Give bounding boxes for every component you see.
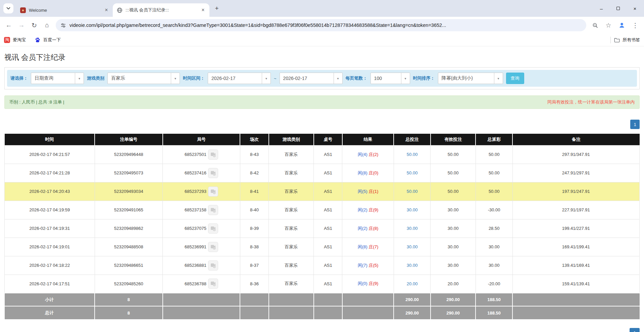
chevron-down-icon[interactable]: ▾ <box>75 73 84 84</box>
sort-dropdown[interactable]: 降幂(由大到小) ▾ <box>438 73 503 84</box>
total-bet-link[interactable]: 20.00 <box>407 281 418 286</box>
bookmark-star-icon[interactable]: ☆ <box>602 19 614 31</box>
address-bar[interactable]: videoie.com/ipl/portal.php/game/betrecor… <box>56 19 586 31</box>
col-session: 场次 <box>240 134 268 145</box>
cell-session: 8-42 <box>240 164 268 182</box>
bookmark-baidu[interactable]: 百度一下 <box>35 37 61 43</box>
profile-avatar[interactable] <box>616 19 628 31</box>
date-to-picker[interactable]: 2026-02-17 ▾ <box>280 73 343 84</box>
video-replay-button[interactable] <box>208 223 218 234</box>
site-settings-icon[interactable] <box>60 23 66 28</box>
cell-game: 百家乐 <box>269 238 314 256</box>
reload-button[interactable]: ↻ <box>28 19 40 31</box>
cell-game: 百家乐 <box>269 145 314 164</box>
cell-round: 685236881 <box>163 256 240 275</box>
cell-result: 闲(0) 庄(9) <box>342 275 394 293</box>
bookmark-label: 百度一下 <box>43 37 61 43</box>
zoom-icon[interactable] <box>589 19 601 31</box>
chevron-down-icon[interactable]: ▾ <box>401 73 410 84</box>
new-tab-button[interactable]: + <box>212 4 221 13</box>
cell-result: 闲(8) 庄(0) <box>342 164 394 182</box>
home-button[interactable]: ⌂ <box>41 19 53 31</box>
game-type-dropdown[interactable]: 百家乐 ▾ <box>107 73 180 84</box>
bookmark-taobao[interactable]: 淘 爱淘宝 <box>4 37 26 43</box>
round-number: 685237158 <box>185 207 206 212</box>
video-replay-button[interactable] <box>208 242 218 252</box>
tab-welcome[interactable]: ♠ Welcome × <box>16 3 113 17</box>
result-banker: 庄(7) <box>368 244 378 249</box>
back-button[interactable]: ← <box>3 19 15 31</box>
cell-time: 2026-02-17 04:17:51 <box>5 275 95 293</box>
grand-total-row: 总计 8 290.00 290.00 188.50 <box>5 306 640 319</box>
col-result: 结果 <box>342 134 394 145</box>
round-number: 685237075 <box>185 226 206 231</box>
col-valid-bet: 有效投注 <box>431 134 476 145</box>
pagination-bottom-page-1[interactable]: 1 <box>630 328 640 332</box>
total-valid-bet: 290.00 <box>431 306 476 319</box>
cell-total-bet: 50.00 <box>394 145 431 164</box>
folder-icon <box>614 37 620 42</box>
video-replay-button[interactable] <box>208 186 218 197</box>
cell-total-bet: 30.00 <box>394 219 431 238</box>
cell-table: AS1 <box>314 182 342 201</box>
total-total-bet: 290.00 <box>394 306 431 319</box>
video-replay-button[interactable] <box>208 279 218 289</box>
result-player: 闲(2) <box>358 207 367 212</box>
window-minimize-button[interactable]: – <box>594 3 608 14</box>
video-replay-button[interactable] <box>208 260 218 271</box>
cell-table: AS1 <box>314 164 342 182</box>
sort-label: 时间排序： <box>413 75 435 81</box>
cell-time: 2026-02-17 04:19:31 <box>5 219 95 238</box>
total-bet-link[interactable]: 50.00 <box>407 189 418 194</box>
all-bookmarks-button[interactable]: 所有书签 <box>614 37 640 43</box>
close-icon[interactable]: × <box>200 7 206 13</box>
cell-round: 685237158 <box>163 201 240 219</box>
subtotal-label: 小计 <box>5 293 95 306</box>
chevron-down-icon[interactable]: ▾ <box>171 73 180 84</box>
cell-round: 685236991 <box>163 238 240 256</box>
chevron-down-icon[interactable]: ▾ <box>262 73 270 84</box>
cell-time: 2026-02-17 04:21:57 <box>5 145 95 164</box>
video-replay-button[interactable] <box>208 168 218 178</box>
cell-table: AS1 <box>314 275 342 293</box>
tab-bet-record[interactable]: :::视讯 会员下注纪录::: × <box>113 3 209 17</box>
round-number: 685237416 <box>185 170 206 175</box>
table-row: 2026-02-17 04:21:28 523209495073 6852374… <box>5 164 640 182</box>
cell-bet-id: 523209485260 <box>95 275 162 293</box>
result-banker: 庄(1) <box>368 189 378 194</box>
chevron-down-icon[interactable]: ▾ <box>494 73 503 84</box>
window-maximize-button[interactable] <box>611 3 625 14</box>
cell-table: AS1 <box>314 201 342 219</box>
total-bet-link[interactable]: 30.00 <box>407 244 418 249</box>
query-type-dropdown[interactable]: 日期查询 ▾ <box>31 73 84 84</box>
total-bet-link[interactable]: 50.00 <box>407 170 418 175</box>
summary-notice: 同局有效投注，统一计算在该局第一张注单内 <box>547 99 635 105</box>
col-time: 时间 <box>5 134 95 145</box>
window-close-button[interactable]: × <box>628 3 642 14</box>
tab-search-button[interactable] <box>3 3 13 13</box>
close-icon[interactable]: × <box>103 7 109 13</box>
cell-bet-id: 523209491065 <box>95 201 162 219</box>
pagination-page-1[interactable]: 1 <box>630 120 640 129</box>
chevron-down-icon[interactable]: ▾ <box>334 73 342 84</box>
date-from-picker[interactable]: 2026-02-17 ▾ <box>208 73 271 84</box>
total-bet-link[interactable]: 30.00 <box>407 207 418 212</box>
cell-note: 247.91/297.91 <box>512 164 639 182</box>
result-player: 闲(8) <box>358 170 367 175</box>
video-replay-button[interactable] <box>208 205 218 215</box>
round-number: 685237293 <box>185 189 206 194</box>
total-bet-link[interactable]: 30.00 <box>407 263 418 268</box>
per-page-dropdown[interactable]: 100 ▾ <box>370 73 410 84</box>
cell-round: 685237501 <box>163 145 240 164</box>
divider <box>610 37 611 43</box>
cell-bet-id: 523209496448 <box>95 145 162 164</box>
cell-result: 闲(2) 庄(8) <box>342 219 394 238</box>
forward-button[interactable]: → <box>15 19 28 31</box>
video-replay-button[interactable] <box>208 150 218 160</box>
cell-session: 8-43 <box>240 145 268 164</box>
menu-kebab-icon[interactable]: ⋮ <box>629 19 641 31</box>
total-bet-link[interactable]: 50.00 <box>407 152 418 157</box>
result-player: 闲(2) <box>358 226 367 231</box>
query-button[interactable]: 查询 <box>506 73 524 84</box>
total-bet-link[interactable]: 30.00 <box>407 226 418 231</box>
